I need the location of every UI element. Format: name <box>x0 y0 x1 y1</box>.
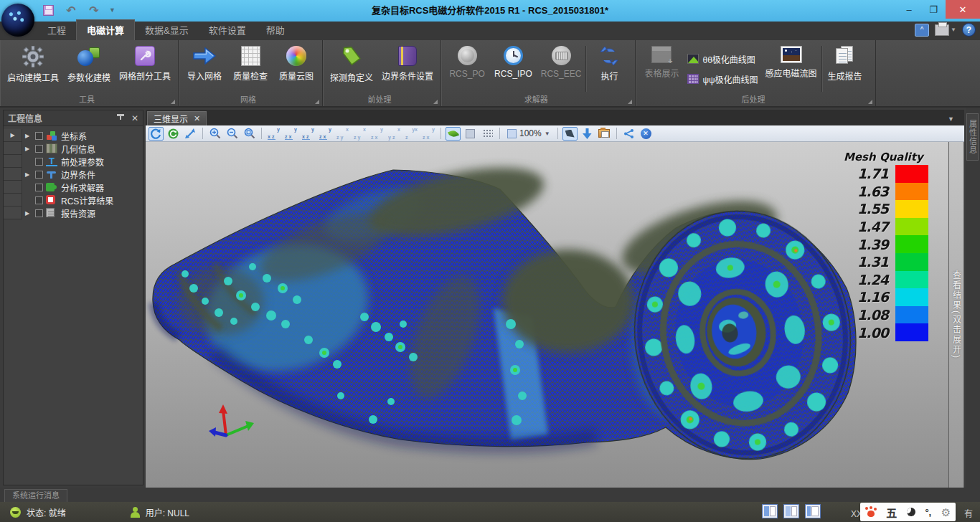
ribbon-collapse-button[interactable]: ^ <box>915 24 929 37</box>
import-mesh-button[interactable]: 导入网格 <box>182 43 227 98</box>
help-button[interactable]: ? <box>962 23 976 37</box>
capture-image-button[interactable] <box>597 127 612 141</box>
view-axis-button-1[interactable]: yxz <box>266 127 281 141</box>
checkbox[interactable] <box>35 158 43 166</box>
printer-dropdown-icon[interactable]: ▼ <box>951 27 956 33</box>
ime-toolbar[interactable]: 五 °, ⚙ <box>860 503 956 521</box>
share-view-button[interactable] <box>621 127 636 141</box>
group-expand-icon[interactable] <box>628 100 632 104</box>
execute-button[interactable]: 执行 <box>586 43 632 98</box>
layout-left-button[interactable] <box>762 504 778 518</box>
zoom-fit-button[interactable] <box>242 127 257 141</box>
view-axis-button-4[interactable]: yzx <box>318 127 333 141</box>
tab-help[interactable]: 帮助 <box>256 20 295 40</box>
quality-cloudmap-button[interactable]: 质量云图 <box>273 43 319 98</box>
checkbox[interactable] <box>35 171 43 179</box>
results-collapsed-panel[interactable]: 查看结果(双击展开) <box>948 142 964 488</box>
view-axis-button-9[interactable]: yxz <box>404 127 419 141</box>
tab-close-icon[interactable]: ✕ <box>194 114 200 123</box>
layout-split-button[interactable] <box>783 504 799 518</box>
tree-item-boundary-condition[interactable]: ▶ 边界条件 <box>4 168 143 181</box>
tree-item-rcs-result[interactable]: RCS计算结果 <box>4 194 143 207</box>
zoom-level-select[interactable]: 100% ▼ <box>504 128 553 138</box>
save-view-button[interactable] <box>580 127 595 141</box>
view-axis-button-3[interactable]: yxz <box>301 127 316 141</box>
zoom-in-button[interactable] <box>207 127 222 141</box>
ime-settings-gear-icon[interactable]: ⚙ <box>941 507 951 518</box>
restore-button[interactable]: ❐ <box>921 0 946 19</box>
ime-punctuation[interactable]: °, <box>925 507 931 518</box>
view-axis-button-5[interactable]: xzy <box>335 127 350 141</box>
layout-bottom-button[interactable] <box>805 504 821 518</box>
tab-overflow-icon[interactable]: ▼ <box>948 115 954 123</box>
tree-item-report-resource[interactable]: ▶ 报告资源 <box>4 207 143 219</box>
induced-current-map-button[interactable]: 感应电磁流图 <box>761 43 821 98</box>
rotate-view-button[interactable] <box>149 127 164 141</box>
checkbox[interactable] <box>35 209 43 217</box>
view-manipulate-button[interactable] <box>562 127 578 141</box>
legend-title: Mesh Quality <box>844 151 934 163</box>
quality-check-button[interactable]: 质量检查 <box>227 43 273 98</box>
pan-zoom-button[interactable] <box>183 127 198 141</box>
zoom-out-button[interactable] <box>225 127 240 141</box>
tab-software-settings[interactable]: 软件设置 <box>199 20 256 40</box>
view-axis-button-8[interactable]: xyz <box>387 127 402 141</box>
rcs-eec-button[interactable]: RCS_EEC <box>537 43 586 98</box>
rcs-po-button[interactable]: RCS_PO <box>444 43 490 98</box>
system-messages-tab[interactable]: 系统运行消息 <box>4 489 67 502</box>
print-button[interactable]: ▼ <box>935 24 956 36</box>
expander-icon[interactable]: ▶ <box>22 133 32 139</box>
tree-item-coordinate-system[interactable]: ▶ ▶ 坐标系 <box>4 129 143 142</box>
view-axis-button-7[interactable]: yzx <box>369 127 385 141</box>
tree-item-geometry-info[interactable]: ▶ 几何信息 <box>4 142 143 155</box>
launch-modeling-tool-button[interactable]: 启动建模工具 <box>3 43 63 98</box>
ime-wubi-mode[interactable]: 五 <box>886 505 897 520</box>
probe-angle-button[interactable]: 探测角定义 <box>326 43 377 98</box>
theta-polarization-curve-button[interactable]: θθ极化曲线图 <box>684 50 760 67</box>
company-text-right: 有 <box>964 507 973 519</box>
flat-view-button[interactable] <box>463 127 478 141</box>
checkbox[interactable] <box>35 145 43 153</box>
panel-close-icon[interactable]: ✕ <box>131 113 138 123</box>
points-view-button[interactable] <box>480 127 495 141</box>
psi-polarization-curve-button[interactable]: ψψ极化曲线图 <box>684 70 760 87</box>
checkbox[interactable] <box>35 184 43 191</box>
table-display-button[interactable]: 表格展示 <box>639 43 684 98</box>
shaded-view-button[interactable] <box>446 127 461 141</box>
pin-icon[interactable] <box>116 113 126 123</box>
viewport-canvas[interactable]: Mesh Quality 1.71 1.63 1.55 1.47 1.39 1.… <box>146 142 948 488</box>
group-expand-icon[interactable] <box>868 100 872 104</box>
close-view-button[interactable]: ✕ <box>639 127 654 141</box>
rcs-ipo-button[interactable]: RCS_IPO <box>490 43 537 98</box>
tab-project[interactable]: 工程 <box>37 20 76 40</box>
view-axis-button-6[interactable]: xzy <box>352 127 367 141</box>
checkbox[interactable] <box>35 196 43 204</box>
group-expand-icon[interactable] <box>315 100 319 104</box>
close-button[interactable]: ✕ <box>946 0 980 19</box>
view-axis-button-2[interactable]: yzx <box>283 127 298 141</box>
tab-data-display[interactable]: 数据&显示 <box>135 20 199 40</box>
ime-paw-icon[interactable] <box>865 506 877 518</box>
tree-item-preprocess-params[interactable]: T 前处理参数 <box>4 155 143 168</box>
tab-3d-display[interactable]: 三维显示 ✕ <box>147 111 207 125</box>
app-logo-icon[interactable] <box>1 4 34 37</box>
ribbon-group-solver: RCS_PO RCS_IPO RCS_EEC 执行 求解器 <box>441 40 636 106</box>
properties-tab[interactable]: 属性信息 <box>966 113 979 161</box>
generate-report-button[interactable]: 生成报告 <box>822 43 868 98</box>
tab-em-computation[interactable]: 电磁计算 <box>76 19 135 40</box>
minimize-button[interactable]: – <box>897 0 921 19</box>
expander-icon[interactable]: ▶ <box>22 210 32 217</box>
expander-icon[interactable]: ▶ <box>22 171 32 178</box>
ime-moon-icon[interactable] <box>907 508 915 516</box>
group-expand-icon[interactable] <box>171 100 175 104</box>
tree-item-solver[interactable]: 分析求解器 <box>4 181 143 194</box>
expander-icon[interactable]: ▶ <box>22 146 32 152</box>
checkbox[interactable] <box>35 132 43 140</box>
parametric-modeling-button[interactable]: 参数化建模 <box>63 43 115 98</box>
view-axis-button-10[interactable]: yzx <box>421 127 436 141</box>
refresh-view-button[interactable] <box>166 127 181 141</box>
mesh-tool-button[interactable]: 网格剖分工具 <box>115 43 175 98</box>
status-bar: 状态: 就绪 用户: NULL XX工 有 五 °, ⚙ <box>0 502 980 522</box>
group-expand-icon[interactable] <box>433 100 438 104</box>
boundary-condition-button[interactable]: 边界条件设置 <box>377 43 438 98</box>
